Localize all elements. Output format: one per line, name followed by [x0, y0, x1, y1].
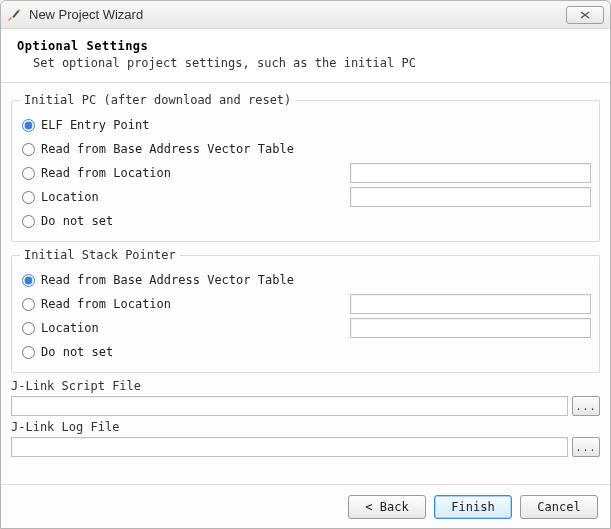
input-sp-readloc[interactable]	[350, 294, 591, 314]
input-pc-readloc[interactable]	[350, 163, 591, 183]
cancel-button[interactable]: Cancel	[520, 495, 598, 519]
label-sp-loc: Location	[41, 321, 99, 335]
titlebar: New Project Wizard	[1, 1, 610, 29]
radio-pc-elf[interactable]	[22, 119, 35, 132]
group-initial-sp: Initial Stack Pointer Read from Base Add…	[11, 248, 600, 373]
header-subtitle: Set optional project settings, such as t…	[17, 56, 594, 70]
input-pc-loc[interactable]	[350, 187, 591, 207]
finish-button[interactable]: Finish	[434, 495, 512, 519]
svg-marker-1	[8, 17, 12, 21]
close-button[interactable]	[566, 6, 604, 24]
footer: < Back Finish Cancel	[1, 484, 610, 528]
radio-sp-readloc[interactable]	[22, 298, 35, 311]
back-button[interactable]: < Back	[348, 495, 426, 519]
label-pc-none: Do not set	[41, 214, 113, 228]
label-script-file: J-Link Script File	[11, 379, 600, 393]
header: Optional Settings Set optional project s…	[1, 29, 610, 83]
label-pc-base: Read from Base Address Vector Table	[41, 142, 294, 156]
header-title: Optional Settings	[17, 39, 594, 53]
browse-log-button[interactable]: ...	[572, 437, 600, 457]
label-log-file: J-Link Log File	[11, 420, 600, 434]
label-pc-readloc: Read from Location	[41, 166, 171, 180]
radio-sp-base[interactable]	[22, 274, 35, 287]
radio-pc-loc[interactable]	[22, 191, 35, 204]
window-title: New Project Wizard	[29, 7, 143, 22]
radio-pc-none[interactable]	[22, 215, 35, 228]
radio-sp-loc[interactable]	[22, 322, 35, 335]
wizard-icon	[7, 7, 23, 23]
label-pc-loc: Location	[41, 190, 99, 204]
radio-pc-base[interactable]	[22, 143, 35, 156]
radio-sp-none[interactable]	[22, 346, 35, 359]
label-sp-base: Read from Base Address Vector Table	[41, 273, 294, 287]
input-log-file[interactable]	[11, 437, 568, 457]
input-script-file[interactable]	[11, 396, 568, 416]
label-pc-elf: ELF Entry Point	[41, 118, 149, 132]
group-initial-pc: Initial PC (after download and reset) EL…	[11, 93, 600, 242]
input-sp-loc[interactable]	[350, 318, 591, 338]
content-area: Initial PC (after download and reset) EL…	[1, 83, 610, 484]
svg-point-2	[18, 9, 20, 11]
radio-pc-readloc[interactable]	[22, 167, 35, 180]
legend-initial-sp: Initial Stack Pointer	[20, 248, 180, 262]
label-sp-none: Do not set	[41, 345, 113, 359]
label-sp-readloc: Read from Location	[41, 297, 171, 311]
dialog-window: New Project Wizard Optional Settings Set…	[0, 0, 611, 529]
browse-script-button[interactable]: ...	[572, 396, 600, 416]
legend-initial-pc: Initial PC (after download and reset)	[20, 93, 295, 107]
